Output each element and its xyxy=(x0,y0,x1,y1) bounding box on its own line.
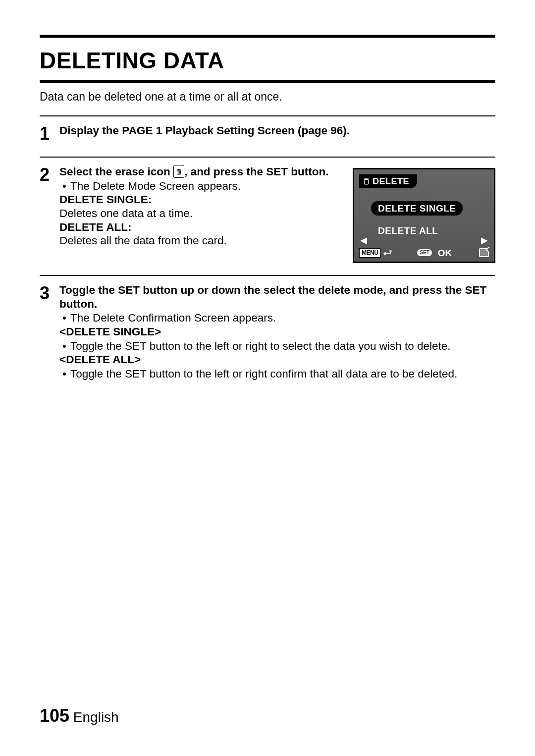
ok-label: OK xyxy=(438,247,452,259)
delete-all-label: DELETE ALL: xyxy=(59,220,344,234)
trash-icon xyxy=(176,169,181,175)
svg-rect-2 xyxy=(178,169,180,169)
step-3-bullet-1: The Delete Confirmation Screen appears. xyxy=(70,311,276,325)
intro-text: Data can be deleted one at a time or all… xyxy=(40,90,495,104)
screen-tab: DELETE xyxy=(359,174,417,188)
manual-page: DELETING DATA Data can be deleted one at… xyxy=(0,0,535,381)
erase-icon xyxy=(173,165,184,178)
step-2-text: Select the erase icon , and press the SE… xyxy=(59,165,344,248)
title-underline xyxy=(40,80,495,83)
page-title: DELETING DATA xyxy=(40,47,495,74)
screen-footer: MENU ⮐ SET OK xyxy=(354,247,494,259)
page-language: English xyxy=(73,709,119,725)
nav-left-icon[interactable]: ◀ xyxy=(360,235,367,246)
delete-all-instruction: Toggle the SET button to the left or rig… xyxy=(70,367,457,381)
delete-single-instruction: Toggle the SET button to the left or rig… xyxy=(70,339,451,353)
camera-screen: DELETE DELETE SINGLE DELETE ALL ◀ ▶ MENU… xyxy=(353,168,495,263)
page-number: 105 xyxy=(40,705,69,726)
bullet-dot: • xyxy=(59,339,70,353)
step-1-text: Display the PAGE 1 Playback Setting Scre… xyxy=(59,124,350,137)
step-2: 2 Select the erase icon , and press the … xyxy=(40,165,495,263)
step-3: 3 Toggle the SET button up or down the s… xyxy=(40,283,495,381)
screen-tab-label: DELETE xyxy=(373,176,409,187)
set-badge[interactable]: SET xyxy=(417,249,431,256)
menu-badge[interactable]: MENU xyxy=(359,248,380,258)
delete-all-tag: <DELETE ALL> xyxy=(59,353,495,367)
option-delete-all[interactable]: DELETE ALL xyxy=(371,223,445,238)
step-2-lead-a: Select the erase icon xyxy=(59,165,173,178)
step-divider-2 xyxy=(40,157,495,158)
svg-rect-7 xyxy=(364,179,369,180)
back-arrow-icon: ⮐ xyxy=(383,247,392,258)
option-delete-single[interactable]: DELETE SINGLE xyxy=(371,201,463,216)
svg-rect-6 xyxy=(364,180,368,184)
step-divider-1 xyxy=(40,115,495,117)
bullet-dot: • xyxy=(59,179,70,193)
nav-right-icon[interactable]: ▶ xyxy=(481,235,488,246)
step-3-lead: Toggle the SET button up or down the sel… xyxy=(59,283,495,311)
top-rule xyxy=(40,35,495,38)
svg-rect-8 xyxy=(366,178,368,179)
svg-rect-1 xyxy=(177,169,181,170)
delete-all-desc: Deletes all the data from the card. xyxy=(59,234,344,248)
delete-single-tag: <DELETE SINGLE> xyxy=(59,325,495,339)
bullet-dot: • xyxy=(59,311,70,325)
delete-single-label: DELETE SINGLE: xyxy=(59,193,344,207)
step-number: 2 xyxy=(40,165,59,184)
step-divider-3 xyxy=(40,275,495,276)
step-2-bullet: The Delete Mode Screen appears. xyxy=(70,179,241,193)
delete-single-desc: Deletes one data at a time. xyxy=(59,207,344,220)
step-2-lead-b: , and press the SET button. xyxy=(184,165,328,178)
page-footer: 105 English xyxy=(40,705,119,726)
bullet-dot: • xyxy=(59,367,70,381)
step-number: 1 xyxy=(40,124,59,143)
step-number: 3 xyxy=(40,283,59,302)
sdcard-icon xyxy=(479,248,489,257)
trash-icon xyxy=(363,178,370,185)
step-1: 1 Display the PAGE 1 Playback Setting Sc… xyxy=(40,124,495,143)
